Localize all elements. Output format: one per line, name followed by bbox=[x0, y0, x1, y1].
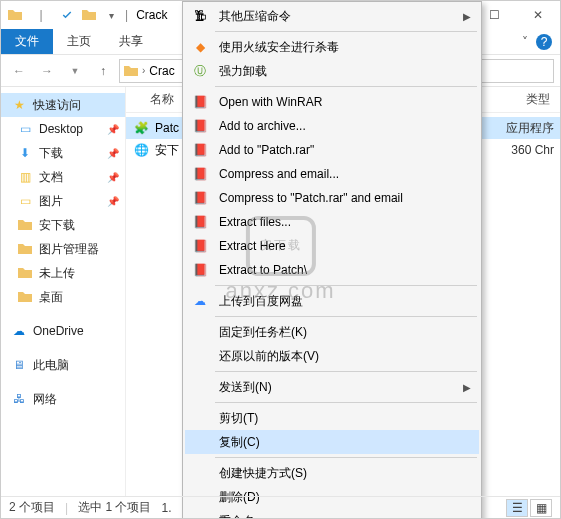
cloud-icon: ☁ bbox=[11, 323, 27, 339]
pin-icon: 📌 bbox=[107, 124, 119, 135]
column-type[interactable]: 类型 bbox=[526, 91, 550, 108]
menu-extract-here[interactable]: 📕Extract Here bbox=[185, 234, 479, 258]
folder-icon bbox=[17, 241, 33, 257]
this-pc[interactable]: 🖥此电脑 bbox=[1, 353, 125, 377]
menu-separator bbox=[215, 31, 477, 32]
winrar-icon: 📕 bbox=[191, 213, 209, 231]
download-icon: ⬇ bbox=[17, 145, 33, 161]
desktop-icon: ▭ bbox=[17, 121, 33, 137]
breadcrumb-segment[interactable]: Crac bbox=[149, 64, 174, 78]
network[interactable]: 🖧网络 bbox=[1, 387, 125, 411]
sidebar-item-picmgr[interactable]: 图片管理器 bbox=[1, 237, 125, 261]
menu-pin-taskbar[interactable]: 固定到任务栏(K) bbox=[185, 320, 479, 344]
up-button[interactable]: ↑ bbox=[91, 59, 115, 83]
breadcrumb-folder-icon bbox=[124, 65, 138, 77]
folder-icon bbox=[17, 289, 33, 305]
pin-icon: 📌 bbox=[107, 172, 119, 183]
winrar-icon: 📕 bbox=[191, 189, 209, 207]
status-count: 2 个项目 bbox=[9, 499, 55, 516]
network-icon: 🖧 bbox=[11, 391, 27, 407]
quick-access[interactable]: ★ 快速访问 bbox=[1, 93, 125, 117]
winrar-icon: 📕 bbox=[191, 93, 209, 111]
menu-huorong-scan[interactable]: ◆使用火绒安全进行杀毒 bbox=[185, 35, 479, 59]
pc-icon: 🖥 bbox=[11, 357, 27, 373]
tab-file[interactable]: 文件 bbox=[1, 29, 53, 54]
navigation-pane: ★ 快速访问 ▭Desktop📌 ⬇下载📌 ▥文档📌 ▭图片📌 安下载 图片管理… bbox=[1, 87, 126, 496]
menu-open-winrar[interactable]: 📕Open with WinRAR bbox=[185, 90, 479, 114]
menu-separator bbox=[215, 86, 477, 87]
sidebar-item-documents[interactable]: ▥文档📌 bbox=[1, 165, 125, 189]
menu-add-archive[interactable]: 📕Add to archive... bbox=[185, 114, 479, 138]
menu-separator bbox=[215, 316, 477, 317]
chevron-right-icon: ▶ bbox=[463, 11, 471, 22]
menu-restore-versions[interactable]: 还原以前的版本(V) bbox=[185, 344, 479, 368]
pin-icon: 📌 bbox=[107, 148, 119, 159]
folder-icon bbox=[17, 265, 33, 281]
menu-other-compress[interactable]: 🗜其他压缩命令▶ bbox=[185, 4, 479, 28]
qat-folder-icon[interactable] bbox=[79, 5, 99, 25]
star-icon: ★ bbox=[11, 97, 27, 113]
forward-button: → bbox=[35, 59, 59, 83]
menu-separator bbox=[215, 402, 477, 403]
chevron-right-icon[interactable]: › bbox=[142, 65, 145, 76]
context-menu: 🗜其他压缩命令▶ ◆使用火绒安全进行杀毒 Ⓤ强力卸载 📕Open with Wi… bbox=[182, 1, 482, 519]
winrar-icon: 📕 bbox=[191, 117, 209, 135]
tab-home[interactable]: 主页 bbox=[53, 29, 105, 54]
pictures-icon: ▭ bbox=[17, 193, 33, 209]
menu-extract-to[interactable]: 📕Extract to Patch\ bbox=[185, 258, 479, 282]
menu-separator bbox=[215, 285, 477, 286]
menu-add-patch-rar[interactable]: 📕Add to "Patch.rar" bbox=[185, 138, 479, 162]
qat-properties-icon[interactable] bbox=[57, 5, 77, 25]
window-title: Crack bbox=[136, 8, 167, 22]
exe-icon: 🧩 bbox=[134, 121, 149, 135]
quick-access-label: 快速访问 bbox=[33, 97, 81, 114]
baidu-icon: ☁ bbox=[191, 292, 209, 310]
history-dropdown[interactable]: ▼ bbox=[63, 59, 87, 83]
winrar-icon: 📕 bbox=[191, 141, 209, 159]
menu-compress-patch-email[interactable]: 📕Compress to "Patch.rar" and email bbox=[185, 186, 479, 210]
winrar-icon: 📕 bbox=[191, 165, 209, 183]
close-button[interactable]: ✕ bbox=[516, 1, 560, 29]
status-selection: 选中 1 个项目 bbox=[78, 499, 151, 516]
tab-share[interactable]: 共享 bbox=[105, 29, 157, 54]
menu-send-to[interactable]: 发送到(N)▶ bbox=[185, 375, 479, 399]
documents-icon: ▥ bbox=[17, 169, 33, 185]
chrome-icon: 🌐 bbox=[134, 143, 149, 157]
folder-icon bbox=[5, 5, 25, 25]
status-size: 1. bbox=[161, 501, 171, 515]
chevron-right-icon: ▶ bbox=[463, 382, 471, 393]
back-button[interactable]: ← bbox=[7, 59, 31, 83]
uninstall-icon: Ⓤ bbox=[191, 62, 209, 80]
pin-icon: 📌 bbox=[107, 196, 119, 207]
menu-create-shortcut[interactable]: 创建快捷方式(S) bbox=[185, 461, 479, 485]
menu-separator bbox=[215, 457, 477, 458]
menu-extract-files[interactable]: 📕Extract files... bbox=[185, 210, 479, 234]
sidebar-item-desktop[interactable]: ▭Desktop📌 bbox=[1, 117, 125, 141]
status-bar: 2 个项目 | 选中 1 个项目 1. ☰ ▦ bbox=[1, 496, 560, 518]
archive-icon: 🗜 bbox=[191, 7, 209, 25]
qat-dropdown[interactable]: ▾ bbox=[101, 5, 121, 25]
folder-icon bbox=[17, 217, 33, 233]
view-icons-button[interactable]: ▦ bbox=[530, 499, 552, 517]
sidebar-item-notuploaded[interactable]: 未上传 bbox=[1, 261, 125, 285]
help-icon[interactable]: ? bbox=[536, 34, 552, 50]
sidebar-item-desktop2[interactable]: 桌面 bbox=[1, 285, 125, 309]
onedrive[interactable]: ☁OneDrive bbox=[1, 319, 125, 343]
menu-cut[interactable]: 剪切(T) bbox=[185, 406, 479, 430]
menu-compress-email[interactable]: 📕Compress and email... bbox=[185, 162, 479, 186]
title-sep: | bbox=[125, 8, 128, 22]
shield-icon: ◆ bbox=[191, 38, 209, 56]
qat-sep: | bbox=[31, 5, 51, 25]
menu-force-uninstall[interactable]: Ⓤ强力卸载 bbox=[185, 59, 479, 83]
winrar-icon: 📕 bbox=[191, 261, 209, 279]
menu-copy[interactable]: 复制(C) bbox=[185, 430, 479, 454]
ribbon-expand-icon[interactable]: ˅ bbox=[522, 35, 528, 49]
menu-separator bbox=[215, 371, 477, 372]
view-details-button[interactable]: ☰ bbox=[506, 499, 528, 517]
sidebar-item-downloads[interactable]: ⬇下载📌 bbox=[1, 141, 125, 165]
sidebar-item-anxz[interactable]: 安下载 bbox=[1, 213, 125, 237]
winrar-icon: 📕 bbox=[191, 237, 209, 255]
menu-baidu-upload[interactable]: ☁上传到百度网盘 bbox=[185, 289, 479, 313]
sidebar-item-pictures[interactable]: ▭图片📌 bbox=[1, 189, 125, 213]
